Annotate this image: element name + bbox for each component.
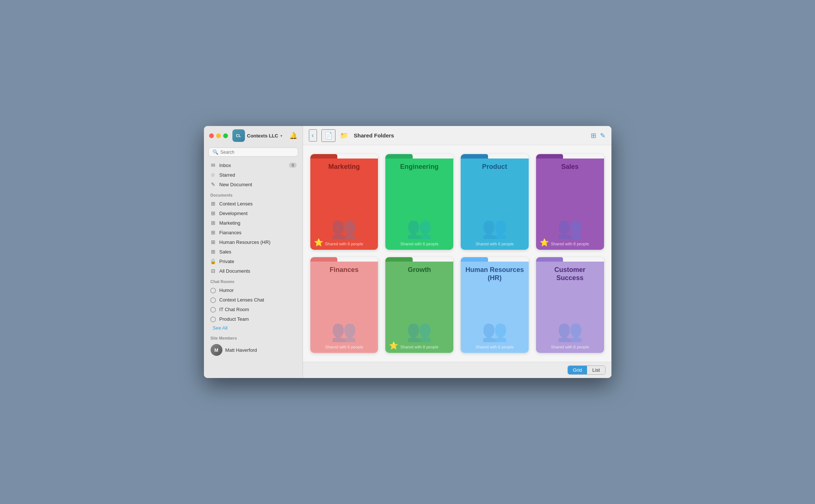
- folder-icon-group: 👥: [331, 274, 357, 343]
- folder-shared-text: Shared with 6 people: [400, 239, 438, 246]
- search-input[interactable]: [221, 150, 294, 155]
- folder-card-product[interactable]: Product 👥 Shared with 6 people: [461, 154, 529, 250]
- folder-card-customer-success[interactable]: Customer Success 👥 Shared with 8 people: [536, 257, 604, 353]
- search-icon: 🔍: [212, 149, 218, 155]
- sidebar-item-label: Product Team: [219, 316, 249, 322]
- sidebar-item-development[interactable]: ⊞ Development: [207, 208, 300, 218]
- sidebar-item-label: Development: [219, 211, 248, 216]
- folder-card-sales[interactable]: Sales 👥 Shared with 8 people ⭐: [536, 154, 604, 250]
- brand-logo-text: CL: [236, 134, 241, 138]
- folder-title: Engineering: [400, 163, 439, 171]
- sidebar-item-sales[interactable]: ⊞ Sales: [207, 247, 300, 256]
- inbox-icon: ✉: [210, 162, 216, 168]
- sidebar-item-product-team[interactable]: ◯ Product Team: [207, 314, 300, 324]
- sidebar-item-inbox[interactable]: ✉ Inbox 9: [207, 160, 300, 170]
- sidebar-item-starred[interactable]: ☆ Starred: [207, 170, 300, 180]
- sidebar-item-context-lenses-chat[interactable]: ◯ Context Lenses Chat: [207, 295, 300, 304]
- sidebar-item-hr[interactable]: ⊞ Human Resources (HR): [207, 237, 300, 247]
- folder-tab: [310, 257, 338, 262]
- app-window: CL Contexts LLC ▾ 🔔 🔍 ✉ Inbox 9 ☆ Starre…: [204, 126, 611, 378]
- sidebar-item-label: Human Resources (HR): [219, 239, 271, 245]
- people-icon: 👥: [482, 217, 508, 238]
- star-icon: ☆: [210, 172, 216, 178]
- folder-title: Customer Success: [541, 266, 600, 282]
- list-view-button[interactable]: List: [587, 366, 605, 374]
- folder-title: Product: [482, 163, 507, 171]
- sidebar-titlebar: CL Contexts LLC ▾ 🔔: [204, 126, 303, 145]
- people-icon: 👥: [331, 320, 357, 341]
- folder-shared-text: Shared with 6 people: [475, 239, 514, 246]
- folder-title: Finances: [330, 266, 358, 274]
- member-row: M Matt Haverford: [207, 343, 300, 357]
- see-all-link[interactable]: See All: [207, 324, 300, 332]
- folder-body: Product 👥 Shared with 6 people: [461, 159, 529, 250]
- folder-icon-group: 👥: [557, 171, 583, 239]
- grid-view-button[interactable]: Grid: [568, 366, 587, 374]
- folder-tab: [385, 154, 413, 159]
- folder-shared-text: Shared with 8 people: [325, 239, 363, 246]
- folder-card-finances[interactable]: Finances 👥 Shared with 6 people: [310, 257, 378, 353]
- main-content: ‹ 📄 📁 Shared Folders ⊞ ✎ Marketing 👥 Sha…: [303, 126, 611, 378]
- forward-button[interactable]: 📄: [321, 129, 335, 142]
- add-button[interactable]: ⊞: [591, 132, 596, 140]
- sidebar-item-finances[interactable]: ⊞ Fianances: [207, 228, 300, 237]
- sidebar-item-all-documents[interactable]: ⊟ All Documents: [207, 266, 300, 276]
- folder-card-hr[interactable]: Human Resources (HR) 👥 Shared with 6 peo…: [461, 257, 529, 353]
- folder-tab: [536, 257, 563, 262]
- folders-grid: Marketing 👥 Shared with 8 people ⭐ Engin…: [303, 145, 611, 362]
- edit-icon: ✎: [210, 181, 216, 187]
- back-button[interactable]: ‹: [309, 129, 317, 142]
- chat-icon: ◯: [210, 287, 216, 293]
- minimize-button[interactable]: [216, 133, 221, 138]
- folder-icon-group: 👥: [406, 171, 432, 239]
- sidebar-item-label: Context Lenses: [219, 201, 253, 207]
- chat-rooms-section-label: Chat Rooms: [207, 276, 300, 285]
- folder-tab: [461, 257, 488, 262]
- toolbar-actions: ⊞ ✎: [591, 132, 606, 140]
- folder-tab: [536, 154, 563, 159]
- people-icon: 👥: [331, 217, 357, 238]
- documents-section-label: Documents: [207, 189, 300, 199]
- brand-button[interactable]: CL Contexts LLC ▾: [232, 129, 283, 142]
- folder-icon: ⊞: [210, 239, 216, 245]
- sidebar-item-marketing[interactable]: ⊞ Marketing: [207, 218, 300, 228]
- folder-shared-text: Shared with 8 people: [551, 343, 589, 349]
- notifications-icon[interactable]: 🔔: [289, 132, 297, 140]
- star-badge: ⭐: [540, 238, 549, 247]
- sidebar-item-label: Sales: [219, 249, 232, 255]
- sidebar-item-context-lenses[interactable]: ⊞ Context Lenses: [207, 199, 300, 208]
- compose-button[interactable]: ✎: [600, 132, 606, 140]
- sidebar-item-private[interactable]: 🔒 Private: [207, 256, 300, 266]
- search-bar[interactable]: 🔍: [208, 147, 298, 157]
- people-icon: 👥: [482, 320, 508, 341]
- member-name: Matt Haverford: [225, 347, 257, 353]
- chat-icon: ◯: [210, 306, 216, 312]
- chat-icon: ◯: [210, 297, 216, 303]
- folder-title: Human Resources (HR): [465, 266, 524, 282]
- folder-card-growth[interactable]: Growth 👥 Shared with 8 people ⭐: [385, 257, 453, 353]
- folder-icon: ⊞: [210, 249, 216, 255]
- folder-tab: [461, 154, 488, 159]
- maximize-button[interactable]: [223, 133, 228, 138]
- sidebar-item-humor[interactable]: ◯ Humor: [207, 285, 300, 295]
- folder-card-engineering[interactable]: Engineering 👥 Shared with 6 people: [385, 154, 453, 250]
- inbox-badge: 9: [289, 163, 296, 168]
- sidebar-item-new-document[interactable]: ✎ New Document: [207, 180, 300, 189]
- sidebar-item-label: Marketing: [219, 220, 241, 226]
- folder-body: Sales 👥 Shared with 8 people ⭐: [536, 159, 604, 250]
- folder-tab: [310, 154, 338, 159]
- brand-name: Contexts LLC: [247, 133, 279, 139]
- folder-card-marketing[interactable]: Marketing 👥 Shared with 8 people ⭐: [310, 154, 378, 250]
- view-toggle: Grid List: [567, 365, 606, 375]
- sidebar-item-label: Context Lenses Chat: [219, 297, 264, 303]
- sidebar-item-label: All Documents: [219, 268, 250, 274]
- sidebar: CL Contexts LLC ▾ 🔔 🔍 ✉ Inbox 9 ☆ Starre…: [204, 126, 303, 378]
- bottom-bar: Grid List: [303, 362, 611, 378]
- sidebar-item-it-chat-room[interactable]: ◯ IT Chat Room: [207, 304, 300, 314]
- folder-title: Sales: [561, 163, 579, 171]
- folder-body: Customer Success 👥 Shared with 8 people: [536, 262, 604, 353]
- close-button[interactable]: [209, 133, 214, 138]
- folder-icon-group: 👥: [331, 171, 357, 239]
- people-icon: 👥: [557, 320, 583, 341]
- folder-icon-group: 👥: [482, 282, 508, 343]
